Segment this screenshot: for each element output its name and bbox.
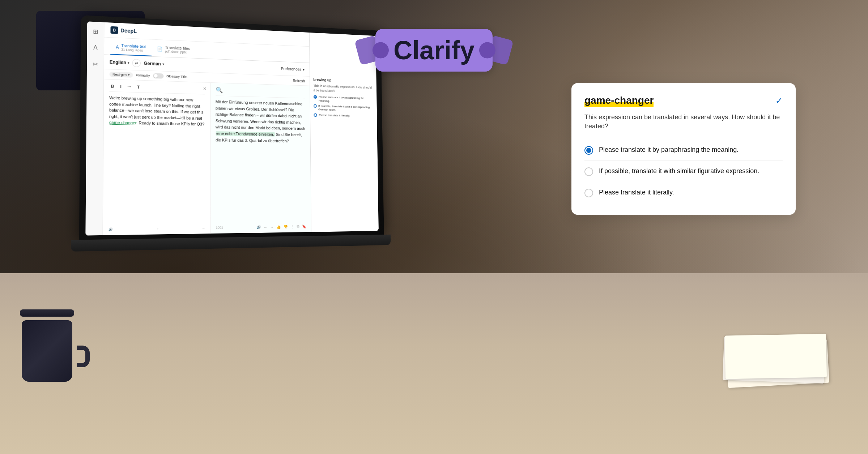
refresh-label: Refresh bbox=[293, 78, 305, 83]
popup-option-2-text: If possible, translate it with similar f… bbox=[599, 167, 759, 176]
source-nav-next[interactable]: → bbox=[202, 226, 205, 230]
brewing-radio-1 bbox=[314, 95, 317, 99]
next-gen-arrow: ▾ bbox=[128, 73, 129, 77]
target-lang-label: 🔍 bbox=[216, 86, 223, 93]
bookmark-icon[interactable]: 🔖 bbox=[302, 224, 306, 228]
clarify-badge: Clarify bbox=[357, 29, 511, 72]
target-panel: 🔍 Mit der Einführung unserer neuen Kaffe… bbox=[210, 83, 311, 234]
swap-languages-button[interactable]: ⇄ bbox=[132, 59, 141, 67]
target-footer: 1001 🔊 ← → 👍 👎 ⋮ ⧉ 🔖 bbox=[216, 222, 306, 230]
source-panel: B I ··· T We're brewing up something big… bbox=[103, 79, 211, 235]
popup-question: This expression can be translated in sev… bbox=[584, 113, 783, 131]
thumbs-down-icon[interactable]: 👎 bbox=[284, 224, 288, 228]
popup-option-2[interactable]: If possible, translate it with similar f… bbox=[584, 161, 783, 182]
popup-radio-3 bbox=[584, 189, 593, 197]
sidebar-icon-grid[interactable]: ⊞ bbox=[90, 26, 101, 37]
mug-body bbox=[22, 320, 72, 382]
trendwende-highlight: eine echte Trendwende einleiten. bbox=[216, 131, 275, 137]
preferences-button[interactable]: Preferences ▾ bbox=[281, 66, 305, 72]
tab-translate-text[interactable]: A Translate text 31 Languages bbox=[110, 40, 152, 56]
preferences-arrow: ▾ bbox=[303, 67, 305, 72]
copy-icon[interactable]: ⧉ bbox=[297, 224, 299, 228]
tab-files-icon: 📄 bbox=[157, 46, 163, 52]
source-nav-prev[interactable]: ← bbox=[156, 227, 160, 231]
popup-radio-2 bbox=[584, 167, 593, 176]
brewing-card: brewing up This is an idiomatic expressi… bbox=[313, 78, 374, 118]
brewing-option-1-text: Please translate it by paraphrasing the … bbox=[319, 95, 374, 104]
checkmark-icon[interactable]: ✓ bbox=[775, 96, 783, 106]
source-language-text: English bbox=[110, 59, 126, 65]
brewing-description: This is an idiomatic expression. How sho… bbox=[314, 83, 374, 94]
source-language-arrow: ▾ bbox=[128, 61, 129, 64]
format-button[interactable]: T bbox=[136, 84, 141, 90]
popup-radio-1 bbox=[584, 146, 593, 155]
sidebar: ⊞ A ✂ bbox=[85, 21, 104, 235]
tab-text-icon: A bbox=[116, 44, 119, 50]
laptop-screen-inner: ⊞ A ✂ D DeepL A bbox=[85, 21, 379, 235]
formality-label-text: Formality bbox=[136, 73, 150, 77]
tab-translate-files[interactable]: 📄 Translate files pdf, docx, pptx bbox=[152, 42, 195, 58]
laptop: ⊞ A ✂ D DeepL A bbox=[78, 15, 405, 358]
popup-option-1[interactable]: Please translate it by paraphrasing the … bbox=[584, 140, 783, 161]
italic-button[interactable]: I bbox=[119, 83, 123, 90]
next-gen-label: Next-gen bbox=[112, 73, 127, 77]
brewing-option-3[interactable]: Please translate it literally. bbox=[314, 113, 374, 118]
alternatives-icon[interactable]: ⋮ bbox=[290, 224, 294, 228]
sidebar-icon-translate[interactable]: A bbox=[90, 42, 101, 53]
brewing-option-2-text: If possible, translate it with a corresp… bbox=[318, 104, 374, 113]
source-footer: 🔊 ← → bbox=[109, 224, 205, 231]
source-close-button[interactable]: ✕ bbox=[203, 86, 207, 91]
brewing-option-1[interactable]: Please translate it by paraphrasing the … bbox=[314, 95, 374, 104]
main-content: D DeepL A Translate text 31 Languages bbox=[103, 22, 311, 235]
tab-translate-text-sub: 31 Languages bbox=[121, 48, 146, 52]
target-text-content: Mit der Einführung unserer neuen Kaffeem… bbox=[216, 99, 306, 223]
target-language-selector[interactable]: German ▾ bbox=[144, 61, 164, 67]
source-word-count: 🔊 bbox=[109, 227, 113, 231]
word-count-display: 1001 bbox=[216, 226, 223, 229]
more-button[interactable]: ··· bbox=[126, 84, 132, 90]
game-changer-term: game-changer bbox=[584, 95, 654, 107]
forward-icon[interactable]: → bbox=[270, 225, 274, 229]
sidebar-icon-scissors[interactable]: ✂ bbox=[90, 59, 101, 69]
toggle-knob bbox=[154, 74, 157, 78]
source-language-selector[interactable]: English ▾ bbox=[110, 59, 129, 65]
clarify-popup-header: game-changer ✓ bbox=[584, 95, 783, 107]
source-toolbar: B I ··· T bbox=[109, 83, 205, 94]
brewing-radio-3 bbox=[314, 113, 317, 117]
target-language-text: German bbox=[144, 61, 161, 67]
glossary-button[interactable]: Glossary Title... bbox=[166, 74, 190, 79]
deepl-app: ⊞ A ✂ D DeepL A bbox=[85, 21, 379, 235]
source-text-content[interactable]: We're brewing up something big with our … bbox=[109, 95, 205, 225]
brewing-radio-2 bbox=[314, 104, 316, 108]
deepl-logo: D DeepL bbox=[110, 26, 137, 35]
brewing-option-2[interactable]: If possible, translate it with a corresp… bbox=[314, 104, 374, 113]
clarify-knot-right bbox=[479, 42, 495, 59]
deepl-logo-text: DeepL bbox=[120, 27, 137, 34]
brewing-option-3-text: Please translate it literally. bbox=[319, 113, 350, 118]
back-icon[interactable]: ← bbox=[264, 225, 267, 229]
glossary-label: Glossary Title... bbox=[166, 74, 190, 79]
deepl-logo-icon: D bbox=[110, 26, 118, 34]
coffee-mug bbox=[22, 309, 80, 382]
target-lang-bar: 🔍 bbox=[216, 86, 305, 98]
clarify-main-label: Clarify bbox=[375, 29, 493, 72]
brewing-title: brewing up bbox=[313, 78, 373, 83]
laptop-screen-outer: ⊞ A ✂ D DeepL A bbox=[79, 15, 384, 242]
refresh-button[interactable]: Refresh bbox=[293, 78, 305, 83]
formality-button[interactable]: Formality bbox=[136, 73, 150, 77]
bold-button[interactable]: B bbox=[109, 83, 115, 89]
popup-option-3[interactable]: Please translate it literally. bbox=[584, 182, 783, 203]
thumbs-up-icon[interactable]: 👍 bbox=[276, 225, 281, 229]
next-gen-button[interactable]: Next-gen ▾ bbox=[110, 72, 133, 78]
text-panels: B I ··· T We're brewing up something big… bbox=[103, 79, 311, 235]
game-changer-highlight: game-changer. bbox=[109, 120, 137, 125]
popup-option-1-text: Please translate it by paraphrasing the … bbox=[599, 145, 739, 154]
volume-icon[interactable]: 🔊 bbox=[256, 225, 261, 229]
popup-option-3-text: Please translate it literally. bbox=[599, 188, 674, 197]
preferences-label: Preferences bbox=[281, 67, 301, 72]
target-language-arrow: ▾ bbox=[162, 63, 164, 66]
formality-toggle[interactable] bbox=[153, 73, 163, 78]
tab-translate-files-sub: pdf, docx, pptx bbox=[165, 50, 190, 54]
paper-3 bbox=[725, 334, 827, 379]
clarify-text: Clarify bbox=[393, 36, 475, 65]
